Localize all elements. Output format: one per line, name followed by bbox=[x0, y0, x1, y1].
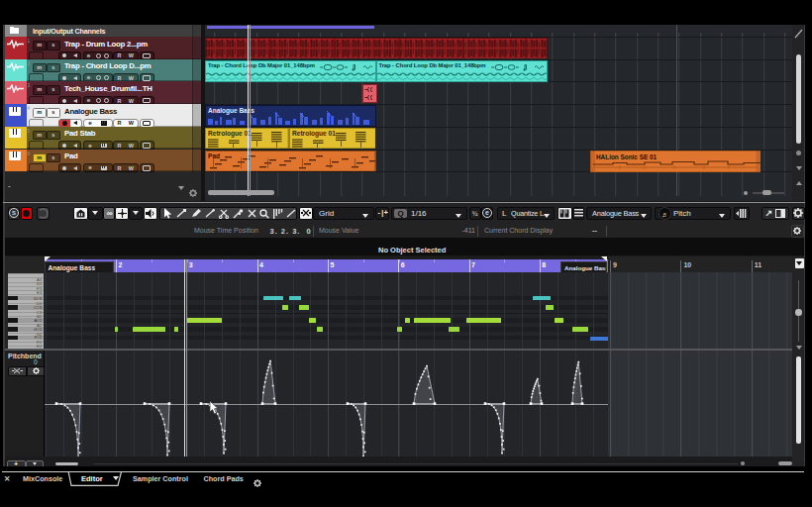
svg-text:HALion Sonic SE 01: HALion Sonic SE 01 bbox=[596, 153, 658, 160]
svg-text:Retrologue 01: Retrologue 01 bbox=[292, 130, 336, 138]
svg-text:Pad: Pad bbox=[208, 152, 220, 159]
svg-text:Retrologue 01: Retrologue 01 bbox=[208, 130, 252, 138]
